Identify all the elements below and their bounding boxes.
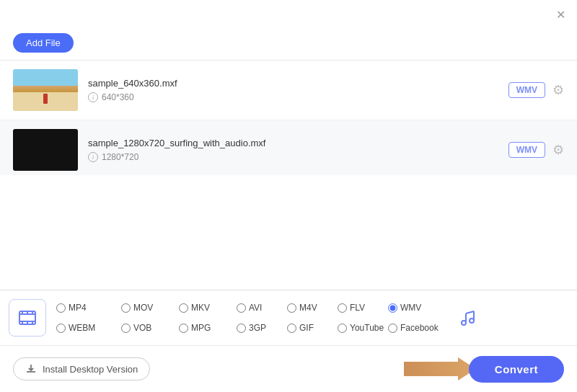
format-badge[interactable]: WMV	[508, 142, 545, 158]
file-item: sample_640x360.mxf i 640*360 WMV ⚙	[0, 61, 577, 120]
svg-line-13	[466, 311, 474, 313]
format-option-m4v[interactable]: M4V	[287, 298, 338, 318]
format-option-flv[interactable]: FLV	[338, 298, 388, 318]
file-actions: WMV ⚙	[508, 82, 564, 98]
format-option-mpg[interactable]: MPG	[179, 318, 237, 338]
file-name: sample_640x360.mxf	[88, 78, 498, 89]
music-icon	[457, 308, 477, 328]
format-option-mkv[interactable]: MKV	[179, 298, 237, 318]
install-label: Install Desktop Version	[43, 364, 138, 375]
title-bar: ✕	[0, 0, 577, 29]
file-list: sample_640x360.mxf i 640*360 WMV ⚙ sampl…	[0, 61, 577, 175]
bottom-bar: Install Desktop Version Convert	[0, 345, 577, 392]
format-option-webm[interactable]: WEBM	[56, 318, 121, 338]
file-info: sample_1280x720_surfing_with_audio.mxf i…	[88, 138, 498, 162]
download-icon	[25, 363, 37, 375]
format-option-vob[interactable]: VOB	[121, 318, 179, 338]
format-bar: MP4 MOV MKV AVI M4V FLV WMV WEB	[0, 290, 577, 345]
file-resolution: 1280*720	[102, 152, 138, 162]
close-button[interactable]: ✕	[554, 8, 567, 21]
format-option-3gp[interactable]: 3GP	[237, 318, 287, 338]
svg-marker-14	[404, 357, 476, 380]
add-file-button[interactable]: Add File	[13, 33, 74, 53]
file-thumbnail	[13, 69, 78, 111]
toolbar: Add File	[0, 29, 577, 61]
settings-button[interactable]: ⚙	[552, 142, 564, 158]
file-meta: i 1280*720	[88, 152, 498, 162]
format-option-mp4[interactable]: MP4	[56, 298, 121, 318]
convert-button[interactable]: Convert	[469, 356, 564, 383]
format-badge[interactable]: WMV	[508, 82, 545, 98]
video-format-icon-box	[9, 299, 46, 337]
file-name: sample_1280x720_surfing_with_audio.mxf	[88, 138, 498, 148]
info-icon: i	[88, 152, 98, 162]
format-option-avi[interactable]: AVI	[237, 298, 287, 318]
arrow-decoration	[404, 353, 476, 385]
file-thumbnail	[13, 129, 78, 171]
install-button[interactable]: Install Desktop Version	[13, 357, 150, 380]
format-option-wmv[interactable]: WMV	[388, 298, 446, 318]
format-options-grid: MP4 MOV MKV AVI M4V FLV WMV WEB	[56, 298, 446, 338]
file-actions: WMV ⚙	[508, 142, 564, 158]
file-meta: i 640*360	[88, 92, 498, 102]
file-item: sample_1280x720_surfing_with_audio.mxf i…	[0, 120, 577, 175]
file-resolution: 640*360	[102, 92, 134, 102]
format-option-mov[interactable]: MOV	[121, 298, 179, 318]
file-info: sample_640x360.mxf i 640*360	[88, 78, 498, 102]
convert-area: Convert	[404, 353, 564, 385]
info-icon: i	[88, 92, 98, 102]
music-icon-box[interactable]	[452, 302, 483, 334]
empty-area	[0, 175, 577, 290]
film-icon	[17, 308, 38, 328]
format-option-gif[interactable]: GIF	[287, 318, 338, 338]
format-option-youtube[interactable]: YouTube	[338, 318, 388, 338]
format-option-facebook[interactable]: Facebook	[388, 318, 446, 338]
settings-button[interactable]: ⚙	[552, 82, 564, 98]
